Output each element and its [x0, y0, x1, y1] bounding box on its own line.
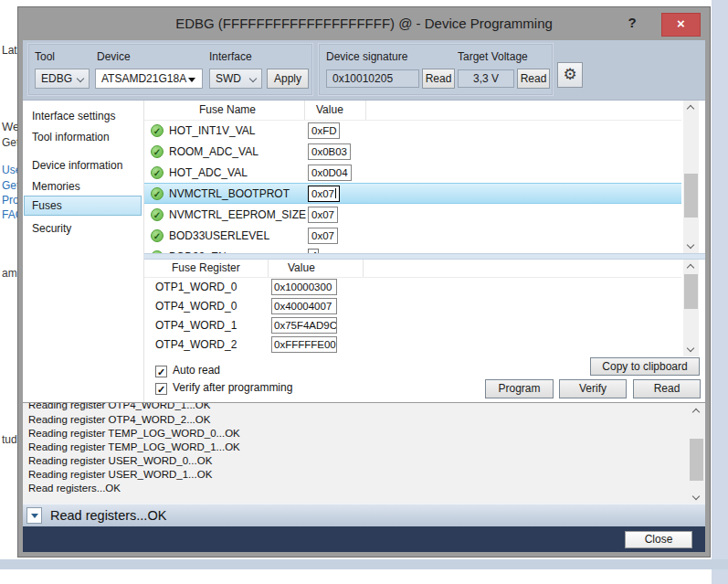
auto-read-checkbox[interactable] [155, 366, 167, 377]
panel-splitter[interactable] [144, 253, 705, 260]
register-table-scrollbar[interactable] [683, 260, 699, 356]
register-value-input[interactable]: 0x10000300 [271, 279, 337, 295]
fuse-row-selected[interactable]: ✓ NVMCTRL_BOOTPROT 0x07 [144, 183, 681, 204]
fuse-row[interactable]: ✓ BOD33USERLEVEL 0x07 [144, 226, 681, 247]
interface-select-value: SWD [216, 72, 241, 85]
sidebar-item-memories[interactable]: Memories [23, 177, 143, 196]
auto-read-label: Auto read [173, 364, 220, 377]
sidebar-item-fuses[interactable]: Fuses [23, 196, 143, 215]
close-window-button[interactable]: × [661, 13, 701, 37]
tool-select-value: EDBG [41, 72, 72, 85]
column-divider [365, 101, 366, 120]
verify-label: Verify after programming [173, 381, 292, 394]
register-row[interactable]: OTP1_WORD_0 0x10000300 [144, 278, 681, 297]
screen: Lat Wel Get t User Gett Prog FAQ am tud … [0, 0, 728, 584]
toolbar: Tool Device Interface EDBG ATSAMD21G18A … [23, 40, 705, 101]
chevron-up-icon [687, 264, 694, 271]
scrollbar-thumb[interactable] [684, 174, 698, 218]
scroll-down-button[interactable] [689, 491, 704, 504]
sidebar-item-device-information[interactable]: Device information [23, 156, 143, 175]
background-text-fragment: Lat [2, 44, 17, 57]
fuse-value-input-focused[interactable]: 0x07 [308, 186, 340, 202]
register-name: OTP4_WORD_1 [155, 319, 237, 332]
log-scrollbar[interactable] [689, 404, 704, 504]
fuse-name: HOT_ADC_VAL [169, 166, 248, 179]
fuse-row[interactable]: ✓ HOT_ADC_VAL 0x0D04 [144, 163, 681, 184]
tool-select[interactable]: EDBG [35, 69, 90, 89]
sidebar-item-security[interactable]: Security [23, 219, 143, 238]
titlebar[interactable]: EDBG (FFFFFFFFFFFFFFFFFFFF) @ - Device P… [18, 7, 710, 40]
sidebar-item-interface-settings[interactable]: Interface settings [23, 107, 143, 125]
log-line: Reading register USER_WORD_0...OK [28, 455, 212, 466]
scroll-down-button[interactable] [683, 343, 699, 356]
fuse-value-input[interactable]: 0x0B03 [308, 143, 351, 160]
chevron-down-icon [687, 345, 694, 352]
fuse-row[interactable]: ✓ HOT_INT1V_VAL 0xFD [144, 121, 681, 142]
background-text-fragment: am [2, 267, 17, 280]
fuse-table-scrollbar[interactable] [683, 101, 699, 253]
auto-read-checkbox-row[interactable]: Auto read [155, 364, 220, 377]
main-panel: Interface settings Tool information Devi… [23, 101, 705, 402]
register-row[interactable]: OTP4_WORD_2 0xFFFFFE00 [144, 335, 681, 355]
fuse-value-input[interactable]: 0x07 [308, 207, 338, 223]
fuse-ok-icon: ✓ [151, 166, 164, 179]
fuse-table: Fuse Name Value ✓ HOT_INT1V_VAL 0xFD ✓ R… [144, 101, 705, 253]
scrollbar-thumb[interactable] [684, 274, 698, 309]
settings-button[interactable]: ⚙ [557, 62, 583, 88]
tool-label: Tool [35, 50, 55, 63]
scroll-up-button[interactable] [683, 101, 699, 114]
log-panel[interactable]: Reading register OTP4_WORD_1...OK Readin… [23, 402, 705, 504]
fuse-row[interactable]: ✓ ROOM_ADC_VAL 0x0B03 [144, 142, 681, 163]
column-divider [363, 260, 364, 277]
register-value-input[interactable]: 0xFFFFFE00 [271, 336, 337, 353]
register-row[interactable]: OTP4_WORD_1 0x75F4AD9C [144, 316, 681, 335]
fuse-row-clipped[interactable]: ✓ BOD33_EN [144, 247, 681, 253]
read-voltage-button[interactable]: Read [517, 69, 550, 89]
register-row[interactable]: OTP4_WORD_0 0x40004007 [144, 297, 681, 316]
device-signature-label: Device signature [326, 50, 407, 63]
program-button[interactable]: Program [485, 379, 554, 398]
copy-to-clipboard-button[interactable]: Copy to clipboard [590, 357, 700, 376]
chevron-up-icon [687, 105, 694, 112]
register-value-input[interactable]: 0x40004007 [271, 298, 337, 314]
help-button[interactable]: ? [624, 15, 640, 35]
column-divider [304, 101, 305, 120]
verify-checkbox-row[interactable]: Verify after programming [155, 381, 292, 395]
chevron-down-icon [77, 75, 84, 82]
sidebar-item-tool-information[interactable]: Tool information [23, 128, 143, 146]
apply-button[interactable]: Apply [267, 69, 309, 89]
status-dropdown-button[interactable] [26, 507, 42, 524]
register-value-input[interactable]: 0x75F4AD9C [271, 317, 337, 334]
target-voltage-label: Target Voltage [458, 50, 528, 63]
dialog-body: Tool Device Interface EDBG ATSAMD21G18A … [23, 40, 705, 552]
scrollbar-thumb[interactable] [690, 439, 703, 481]
column-divider [268, 260, 269, 277]
close-dialog-button[interactable]: Close [625, 531, 692, 548]
scroll-up-button[interactable] [689, 404, 704, 418]
fuse-register-header: Fuse Register [172, 261, 240, 274]
device-select[interactable]: ATSAMD21G18A [95, 69, 203, 89]
fuse-name: HOT_INT1V_VAL [169, 124, 255, 137]
fuse-name: ROOM_ADC_VAL [169, 145, 258, 158]
fuse-row[interactable]: ✓ NVMCTRL_EEPROM_SIZE 0x07 [144, 205, 681, 226]
dropdown-arrow-icon [31, 514, 38, 518]
log-line: Reading register OTP4_WORD_1...OK [28, 402, 210, 410]
background-window-band [0, 559, 728, 569]
device-signature-value: 0x10010205 [326, 69, 419, 88]
device-label: Device [97, 50, 131, 63]
verify-button[interactable]: Verify [559, 379, 627, 398]
log-line: Reading register USER_WORD_1...OK [28, 469, 212, 480]
scroll-up-button[interactable] [683, 260, 699, 273]
fuse-ok-icon: ✓ [151, 187, 164, 200]
read-button[interactable]: Read [633, 379, 701, 398]
verify-checkbox[interactable] [155, 383, 167, 395]
scroll-down-button[interactable] [683, 239, 699, 253]
read-signature-button[interactable]: Read [422, 69, 455, 89]
fuse-value-input[interactable]: 0xFD [308, 122, 340, 139]
dialog-footer: Close [23, 526, 705, 552]
dropdown-arrow-icon [188, 78, 195, 82]
interface-select[interactable]: SWD [209, 69, 262, 89]
device-select-value: ATSAMD21G18A [101, 72, 186, 85]
fuse-value-input[interactable]: 0x07 [308, 228, 338, 244]
fuse-value-input[interactable]: 0x0D04 [308, 165, 352, 181]
